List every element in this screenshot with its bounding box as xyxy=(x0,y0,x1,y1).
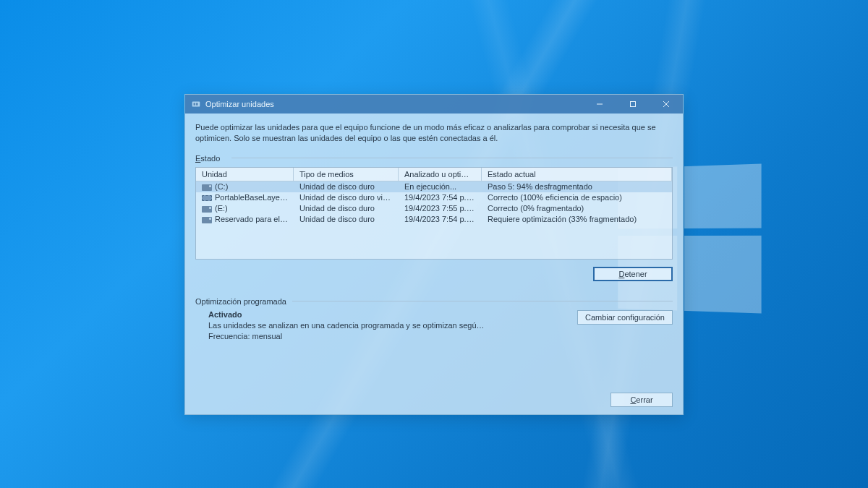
scheduled-state: Activado xyxy=(208,310,577,319)
drive-status: Correcto (100% eficiencia de espacio) xyxy=(482,192,672,203)
col-header-media[interactable]: Tipo de medios xyxy=(294,168,399,181)
window-title: Optimizar unidades xyxy=(205,100,274,108)
close-button[interactable] xyxy=(650,95,683,114)
titlebar[interactable]: Optimizar unidades xyxy=(185,95,683,114)
change-settings-button[interactable]: Cambiar configuración xyxy=(577,310,673,325)
optimize-drives-window: Optimizar unidades Puede optimizar las u… xyxy=(184,94,684,415)
drive-row[interactable]: Reservado para el s…Unidad de disco duro… xyxy=(196,214,672,225)
drive-media: Unidad de disco duro xyxy=(294,181,399,192)
svg-rect-2 xyxy=(196,103,198,106)
drive-analyzed: 19/4/2023 7:54 p. m. xyxy=(399,214,482,225)
drive-row[interactable]: PortableBaseLayer …Unidad de disco duro … xyxy=(196,192,672,203)
drive-analyzed: 19/4/2023 7:54 p. m. xyxy=(399,192,482,203)
scheduled-desc-line2: Frecuencia: mensual xyxy=(208,332,505,341)
description-text: Puede optimizar las unidades para que el… xyxy=(195,122,673,144)
status-section-label: Estado xyxy=(195,154,673,163)
drive-name: PortableBaseLayer … xyxy=(215,193,293,202)
drive-analyzed: 19/4/2023 7:55 p. m. xyxy=(399,203,482,214)
drives-list-header[interactable]: Unidad Tipo de medios Analizado u optim…… xyxy=(196,168,672,181)
svg-rect-4 xyxy=(631,102,636,107)
maximize-button[interactable] xyxy=(616,95,650,114)
drive-media: Unidad de disco duro vi… xyxy=(294,192,399,203)
drive-status: Correcto (0% fragmentado) xyxy=(482,203,672,214)
minimize-button[interactable] xyxy=(583,95,616,114)
hdd-icon xyxy=(202,184,212,191)
drives-list[interactable]: Unidad Tipo de medios Analizado u optim…… xyxy=(195,167,673,260)
drive-status: Requiere optimización (33% fragmentado) xyxy=(482,214,672,225)
col-header-drive[interactable]: Unidad xyxy=(196,168,294,181)
hdd-icon xyxy=(202,217,212,223)
scheduled-section-label: Optimización programada xyxy=(195,297,673,306)
drive-row[interactable]: (C:)Unidad de disco duroEn ejecución...P… xyxy=(196,181,672,192)
close-dialog-button[interactable]: Cerrar xyxy=(610,393,673,407)
drive-name: (C:) xyxy=(215,182,228,191)
scheduled-desc-line1: Las unidades se analizan en una cadencia… xyxy=(208,321,505,330)
drive-media: Unidad de disco duro xyxy=(294,214,399,225)
drive-row[interactable]: (E:)Unidad de disco duro19/4/2023 7:55 p… xyxy=(196,203,672,214)
col-header-analyzed[interactable]: Analizado u optim… xyxy=(399,168,482,181)
drive-media: Unidad de disco duro xyxy=(294,203,399,214)
drive-name: (E:) xyxy=(215,204,228,213)
drive-analyzed: En ejecución... xyxy=(399,181,482,192)
hdd-icon xyxy=(202,206,212,213)
vhd-icon xyxy=(202,195,212,201)
drive-name: Reservado para el s… xyxy=(215,215,294,223)
col-header-status[interactable]: Estado actual xyxy=(482,168,672,181)
stop-button[interactable]: Detener xyxy=(593,267,673,281)
app-icon xyxy=(191,99,201,109)
drive-status: Paso 5: 94% desfragmentado xyxy=(482,181,672,192)
svg-rect-1 xyxy=(194,103,196,106)
